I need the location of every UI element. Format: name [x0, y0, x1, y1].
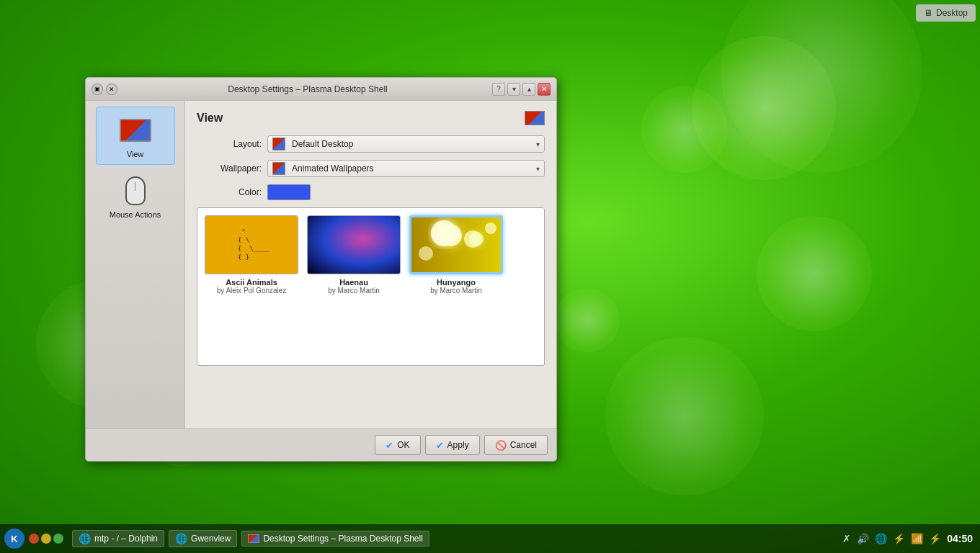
color-picker-button[interactable]: [267, 184, 311, 200]
kde-logo[interactable]: K: [4, 529, 24, 549]
cancel-button[interactable]: 🚫 Cancel: [484, 435, 548, 455]
wallpaper-thumb-ascii: ^ { \ { \____ { }: [205, 215, 298, 274]
layout-row: Layout: Default Desktop ▾: [197, 135, 545, 153]
sidebar-item-mouse-actions[interactable]: Mouse Actions: [96, 168, 175, 225]
dialog-footer: ✔ OK ✔ Apply 🚫 Cancel: [86, 428, 556, 461]
layout-select[interactable]: Default Desktop ▾: [267, 135, 545, 153]
dialog-sidebar: View Mouse Actions: [86, 101, 185, 428]
wallpaper-select-value: Animated Wallpapers: [292, 163, 374, 174]
dolphin-label: mtp - / – Dolphin: [94, 534, 158, 544]
wallpaper-item-hunyango[interactable]: Hunyango by Marco Martin: [409, 215, 503, 295]
layout-select-value: Default Desktop: [292, 139, 353, 149]
svg-point-2: [485, 222, 496, 234]
ascii-preview: ^ { \ { \____ { }: [205, 216, 298, 274]
desktop-button-label: Desktop: [936, 8, 968, 18]
color-row: Color:: [197, 184, 545, 200]
wallpaper-item-haenau[interactable]: Haenau by Marco Martin: [307, 215, 401, 295]
section-header: View: [197, 111, 545, 125]
wallpaper-thumb-hunyango: [409, 215, 503, 274]
taskbar-right: ✗ 🔊 🌐 ⚡ 📶 ⚡ 04:50: [835, 533, 980, 544]
svg-point-1: [464, 230, 481, 248]
layout-dropdown-arrow: ▾: [536, 140, 540, 148]
wallpaper-label: Wallpaper:: [197, 163, 262, 174]
wallpaper-select-icon: [272, 162, 285, 175]
cancel-icon: 🚫: [495, 440, 507, 451]
taskbar-app-dolphin[interactable]: 🌐 mtp - / – Dolphin: [72, 530, 164, 547]
battery-icon[interactable]: ⚡: [929, 533, 941, 544]
taskbar-apps: 🌐 mtp - / – Dolphin 🌐 Gwenview Desktop S…: [68, 530, 434, 547]
settings-taskbar-icon: [248, 534, 259, 543]
ok-label: OK: [397, 440, 409, 450]
section-title: View: [197, 112, 223, 125]
apply-button[interactable]: ✔ Apply: [425, 435, 480, 455]
apply-icon: ✔: [436, 440, 444, 451]
wallpaper-grid: ^ { \ { \____ { } Ascii Animals by Aleix…: [197, 207, 545, 366]
titlebar-right-buttons: ? ▾ ▴ ✕: [492, 83, 551, 96]
close-button-left[interactable]: ✕: [106, 84, 117, 95]
dot-green: [53, 534, 63, 544]
wallpaper-author-ascii: by Aleix Pol Gonzalez: [217, 287, 287, 295]
wallpaper-dropdown-arrow: ▾: [536, 165, 540, 173]
minimize-button[interactable]: ▾: [507, 83, 520, 96]
haenau-preview: [308, 216, 400, 274]
dot-yellow: [41, 534, 51, 544]
taskbar-left: K: [0, 529, 68, 549]
svg-point-3: [419, 246, 433, 261]
desktop-settings-dialog: ▣ ✕ Desktop Settings – Plasma Desktop Sh…: [85, 77, 557, 462]
wifi-icon[interactable]: 📶: [911, 533, 923, 544]
ok-button[interactable]: ✔ OK: [375, 435, 420, 455]
close-button[interactable]: ✕: [538, 83, 551, 96]
taskbar-app-desktop-settings[interactable]: Desktop Settings – Plasma Desktop Shell: [241, 531, 429, 547]
window-icon-button: ▣: [92, 84, 103, 95]
maximize-button[interactable]: ▴: [522, 83, 535, 96]
wallpaper-thumb-haenau: [307, 215, 401, 274]
taskbar-dots: [29, 534, 63, 544]
layout-label: Layout:: [197, 139, 262, 149]
volume-icon[interactable]: 🔊: [857, 533, 869, 544]
wallpaper-row: Wallpaper: Animated Wallpapers ▾: [197, 160, 545, 177]
wallpaper-title-hunyango: Hunyango: [437, 278, 476, 287]
dialog-main-content: View Layout: Default Desktop ▾ Wallpaper…: [185, 101, 556, 428]
layout-select-icon: [272, 138, 285, 150]
hunyango-preview: [411, 217, 501, 272]
network-icon[interactable]: 🌐: [875, 533, 887, 544]
wallpaper-author-haenau: by Marco Martin: [328, 287, 380, 295]
gwenview-label: Gwenview: [191, 534, 231, 544]
wallpaper-item-ascii-animals[interactable]: ^ { \ { \____ { } Ascii Animals by Aleix…: [205, 215, 298, 295]
titlebar-left-buttons: ▣ ✕: [92, 84, 117, 95]
help-button[interactable]: ?: [492, 83, 505, 96]
wallpaper-select[interactable]: Animated Wallpapers ▾: [267, 160, 545, 177]
apply-label: Apply: [447, 440, 469, 450]
sidebar-item-view-label: View: [127, 150, 144, 158]
mute-icon[interactable]: ✗: [842, 533, 851, 544]
taskbar-app-gwenview[interactable]: 🌐 Gwenview: [169, 530, 237, 547]
wallpaper-title-ascii: Ascii Animals: [226, 278, 277, 287]
gwenview-icon: 🌐: [175, 533, 187, 544]
taskbar: K 🌐 mtp - / – Dolphin 🌐 Gwenview Desktop…: [0, 524, 980, 553]
wallpaper-title-haenau: Haenau: [339, 278, 368, 287]
section-flag-icon: [525, 111, 545, 125]
mouse-icon: [118, 174, 153, 208]
sidebar-item-mouse-label: Mouse Actions: [110, 210, 161, 219]
color-label: Color:: [197, 187, 262, 197]
svg-point-0: [431, 220, 457, 246]
clock: 04:50: [947, 533, 973, 544]
sidebar-item-view[interactable]: View: [96, 107, 175, 165]
dialog-body: View Mouse Actions View Layout:: [86, 101, 556, 428]
view-icon: [118, 113, 153, 148]
settings-taskbar-label: Desktop Settings – Plasma Desktop Shell: [263, 534, 422, 544]
wallpaper-author-hunyango: by Marco Martin: [430, 287, 482, 295]
ok-icon: ✔: [386, 440, 393, 451]
dolphin-icon: 🌐: [79, 533, 91, 544]
cancel-label: Cancel: [510, 440, 537, 450]
dialog-title: Desktop Settings – Plasma Desktop Shell: [123, 84, 492, 94]
bluetooth-icon[interactable]: ⚡: [893, 533, 905, 544]
desktop-button[interactable]: 🖥 Desktop: [916, 4, 976, 22]
desktop-icon: 🖥: [924, 8, 932, 18]
dialog-titlebar: ▣ ✕ Desktop Settings – Plasma Desktop Sh…: [86, 78, 556, 101]
dot-red: [29, 534, 39, 544]
